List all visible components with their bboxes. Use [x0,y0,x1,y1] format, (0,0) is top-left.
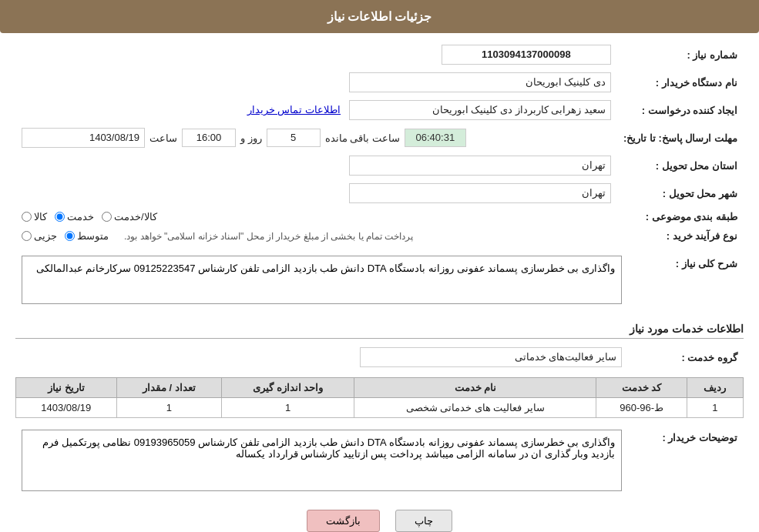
col-tarikh: تاریخ نیاز [16,378,117,398]
nofarayand-motavasset: متوسط [65,230,109,242]
shahr-label: شهر محل تحویل : [617,179,744,207]
namdastgah-label: نام دستگاه خریدار : [617,69,744,96]
sharh-label: شرح کلی نیاز : [628,252,744,310]
services-table: ردیف کد خدمت نام خدمت واحد اندازه گیری ت… [15,377,744,418]
sharh-textarea[interactable] [22,256,622,304]
cell-radif: 1 [687,398,743,418]
nofarayand-jozi-label: جزیی [34,230,57,242]
cell-tedad: 1 [116,398,222,418]
shmaare-value-cell: 1103094137000098 [15,41,617,69]
sharh-section: شرح کلی نیاز : [15,252,744,310]
shahr-value-cell: تهران [15,179,617,207]
ostan-label: استان محل تحویل : [617,152,744,179]
page-container: جزئیات اطلاعات نیاز شماره نیاز : 1103094… [0,0,759,532]
mohlat-baaghi-label: ساعت باقی مانده [325,132,400,144]
tabaqe-khedmat-radio[interactable] [55,212,65,222]
nofarayand-note: پرداخت تمام یا بخشی از مبلغ خریدار از مح… [124,231,413,242]
tosifat-label: توضیحات خریدار : [628,426,744,497]
mohlat-row: 06:40:31 ساعت باقی مانده 5 روز و 16:00 س… [15,124,617,152]
tosifat-value-cell [15,426,628,497]
cell-kod: ط-96-960 [596,398,687,418]
grooh-value-cell: سایر فعالیت‌های خدماتی [15,343,628,371]
cell-naam: سایر فعالیت های خدماتی شخصی [354,398,596,418]
tabaqe-kala-khedmat-radio[interactable] [102,212,112,222]
tabaqe-label: طبقه بندی موضوعی : [617,207,744,226]
tosifat-section: توضیحات خریدار : [15,426,744,497]
footer-buttons: چاپ بازگشت [15,510,744,532]
ijad-value-cell: سعید زهرابی کاربرداز دی کلینیک ابوریحان … [15,96,617,124]
tabaqe-kala: کالا [22,211,47,223]
grooh-value: سایر فعالیت‌های خدماتی [360,347,622,367]
main-content: شماره نیاز : 1103094137000098 نام دستگاه… [0,33,759,532]
col-vahed: واحد اندازه گیری [222,378,354,398]
tabaqe-khedmat: خدمت [55,211,94,223]
info-section: شماره نیاز : 1103094137000098 نام دستگاه… [15,41,744,246]
namdastgah-value-cell: دی کلینیک ابوریحان [15,69,617,96]
shahr-value: تهران [349,183,611,203]
shmaare-value: 1103094137000098 [442,45,611,65]
nofarayand-label: نوع فرآیند خرید : [617,226,744,246]
table-row: 1ط-96-960سایر فعالیت های خدماتی شخصی1114… [16,398,744,418]
mohlat-rooz-label: روز و [240,132,262,144]
tabaqe-kala-radio[interactable] [22,212,32,222]
col-naam: نام خدمت [354,378,596,398]
grooh-section: گروه خدمت : سایر فعالیت‌های خدماتی [15,343,744,371]
grooh-label: گروه خدمت : [628,343,744,371]
nofarayand-row: پرداخت تمام یا بخشی از مبلغ خریدار از مح… [15,226,617,246]
nofarayand-jozi-radio[interactable] [22,231,32,241]
mohlat-saat-label: ساعت [149,132,177,144]
print-button[interactable]: چاپ [395,510,452,532]
mohlat-label: مهلت ارسال پاسخ: تا تاریخ: [617,124,744,152]
ijad-value: سعید زهرابی کاربرداز دی کلینیک ابوریحان [349,100,611,120]
tabaqe-radio-group: کالا/خدمت خدمت کالا [15,207,617,226]
ostan-value-cell: تهران [15,152,617,179]
shmaare-label: شماره نیاز : [617,41,744,69]
tabaqe-kala-khedmat: کالا/خدمت [102,211,157,223]
nofarayand-motavasset-label: متوسط [77,230,109,242]
ijad-label: ایجاد کننده درخواست : [617,96,744,124]
col-tedad: تعداد / مقدار [116,378,222,398]
page-header: جزئیات اطلاعات نیاز [0,0,759,33]
tabaqe-kala-label: کالا [34,211,47,223]
nofarayand-jozi: جزیی [22,230,57,242]
cell-vahed: 1 [222,398,354,418]
nofarayand-motavasset-radio[interactable] [65,231,75,241]
khadamat-header: اطلاعات خدمات مورد نیاز [15,316,744,339]
ostan-value: تهران [349,156,611,176]
sharh-value-cell [15,252,628,310]
tabaqe-khedmat-label: خدمت [67,211,94,223]
mohlat-date: 1403/08/19 [22,128,145,148]
ettelaat-link[interactable]: اطلاعات تماس خریدار [247,104,341,115]
col-radif: ردیف [687,378,743,398]
namdastgah-value: دی کلینیک ابوریحان [349,72,611,92]
tosifat-textarea[interactable] [22,430,622,491]
mohlat-rooz: 5 [267,129,321,147]
mohlat-saat: 16:00 [182,129,236,147]
col-kod: کد خدمت [596,378,687,398]
back-button[interactable]: بازگشت [307,510,380,532]
tabaqe-kala-khedmat-label: کالا/خدمت [114,211,157,223]
page-title: جزئیات اطلاعات نیاز [327,10,432,23]
mohlat-baaghi: 06:40:31 [405,129,466,147]
cell-tarikh: 1403/08/19 [16,398,117,418]
